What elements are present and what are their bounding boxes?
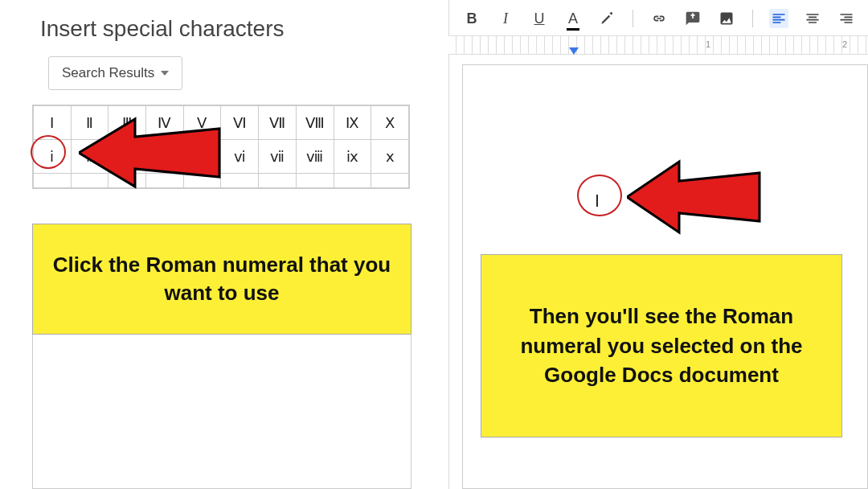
char-row-upper: Ⅰ Ⅱ Ⅲ Ⅳ Ⅴ Ⅵ Ⅶ Ⅷ Ⅸ Ⅹ <box>34 106 409 140</box>
toolbar-separator <box>633 10 633 27</box>
char-cell[interactable] <box>221 174 259 188</box>
italic-button[interactable]: I <box>496 9 515 28</box>
special-characters-panel: Insert special characters Search Results… <box>16 0 418 189</box>
callout-text: Click the Roman numeral that you want to… <box>49 251 395 307</box>
char-cell[interactable] <box>259 174 297 188</box>
char-cell[interactable]: ⅵ <box>221 140 259 174</box>
search-results-dropdown[interactable]: Search Results <box>48 56 182 90</box>
char-cell[interactable]: Ⅸ <box>334 106 371 140</box>
character-grid: Ⅰ Ⅱ Ⅲ Ⅳ Ⅴ Ⅵ Ⅶ Ⅷ Ⅸ Ⅹ ⅰ ⅱ ⅲ ⅳ ⅴ ⅵ ⅶ ⅷ ⅸ <box>32 105 410 189</box>
char-cell[interactable]: Ⅰ <box>34 106 72 140</box>
align-center-button[interactable] <box>803 9 822 28</box>
insert-link-button[interactable] <box>649 9 669 28</box>
formatting-toolbar: B I U A <box>462 4 856 33</box>
horizontal-ruler[interactable]: 1 2 <box>448 35 868 55</box>
annotation-callout: Click the Roman numeral that you want to… <box>32 224 411 335</box>
ruler-tick-label: 1 <box>706 39 710 49</box>
char-cell[interactable]: ⅸ <box>334 140 371 174</box>
char-cell[interactable]: ⅲ <box>108 140 146 174</box>
char-row-partial <box>34 174 409 188</box>
bold-button[interactable]: B <box>462 9 481 28</box>
add-comment-button[interactable] <box>683 9 702 28</box>
search-results-label: Search Results <box>62 65 154 81</box>
char-cell[interactable]: ⅶ <box>259 140 297 174</box>
char-cell[interactable]: Ⅱ <box>71 106 108 140</box>
panel-divider <box>448 0 449 489</box>
char-cell[interactable] <box>34 174 72 188</box>
highlight-button[interactable] <box>597 9 616 28</box>
char-cell[interactable] <box>371 174 409 188</box>
char-cell[interactable] <box>296 174 334 188</box>
underline-button[interactable]: U <box>530 9 549 28</box>
char-cell[interactable]: ⅰ <box>34 140 72 174</box>
char-cell[interactable]: ⅹ <box>371 140 409 174</box>
char-cell[interactable]: ⅴ <box>183 140 221 174</box>
char-cell[interactable]: Ⅹ <box>371 106 409 140</box>
char-cell[interactable] <box>334 174 371 188</box>
char-cell[interactable] <box>145 174 183 188</box>
callout-text: Then you'll see the Roman numeral you se… <box>497 302 825 389</box>
annotation-callout: Then you'll see the Roman numeral you se… <box>481 254 842 438</box>
char-row-lower: ⅰ ⅱ ⅲ ⅳ ⅴ ⅵ ⅶ ⅷ ⅸ ⅹ <box>34 140 409 174</box>
toolbar-separator <box>752 10 753 27</box>
dialog-title: Insert special characters <box>40 16 418 42</box>
char-cell[interactable]: ⅱ <box>71 140 108 174</box>
char-cell[interactable]: Ⅵ <box>221 106 259 140</box>
char-cell[interactable]: Ⅷ <box>296 106 334 140</box>
char-cell[interactable]: ⅳ <box>145 140 183 174</box>
align-right-button[interactable] <box>837 9 856 28</box>
ruler-indent-marker[interactable] <box>569 47 579 55</box>
chevron-down-icon <box>161 71 169 76</box>
char-cell[interactable]: Ⅴ <box>183 106 221 140</box>
annotation-circle <box>577 175 622 216</box>
char-cell[interactable]: Ⅶ <box>259 106 297 140</box>
char-cell[interactable]: Ⅳ <box>145 106 183 140</box>
char-cell[interactable] <box>183 174 221 188</box>
char-cell[interactable] <box>71 174 108 188</box>
insert-image-button[interactable] <box>717 9 736 28</box>
char-cell[interactable]: Ⅲ <box>108 106 146 140</box>
char-cell[interactable]: ⅷ <box>296 140 334 174</box>
align-left-button[interactable] <box>769 9 788 28</box>
ruler-tick-label: 2 <box>842 39 847 49</box>
char-cell[interactable] <box>108 174 146 188</box>
text-color-button[interactable]: A <box>563 9 583 28</box>
grid-empty-area <box>32 335 411 489</box>
